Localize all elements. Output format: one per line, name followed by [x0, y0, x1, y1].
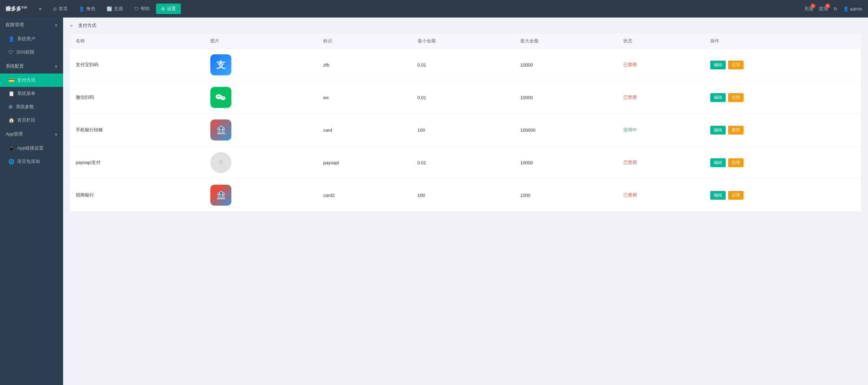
refresh-button[interactable]: ↻ [834, 6, 838, 12]
cell-max-amount: 100000 [515, 114, 618, 146]
sidebar: 权限管理 ∨ 👤 系统用户 🛡 访问权限 系统配置 ∨ 💳 支付方式 📋 系统菜… [0, 18, 63, 385]
payment-icon-alipay: 支 [210, 54, 231, 75]
cell-max-amount: 10000 [515, 146, 618, 179]
table-row: 招商银行 🏦 card2 100 1000 已禁用 编辑 启用 [70, 179, 861, 212]
cell-max-amount: 1000 [515, 179, 618, 212]
col-action: 操作 [705, 34, 861, 49]
sidebar-item-app-links[interactable]: 📱 App链接设置 [0, 142, 63, 155]
cell-status: 已禁用 [618, 49, 705, 81]
cell-identifier: card2 [318, 179, 412, 212]
payment-icon-paysapi: P [210, 152, 231, 173]
table-row: paysapi支付 P paysapi 0.01 10000 已禁用 编辑 启用 [70, 146, 861, 179]
col-name: 名称 [70, 34, 205, 49]
menu-icon: 📋 [8, 91, 14, 96]
chevron-down-icon: ∨ [55, 23, 57, 27]
cell-name: 支付宝扫码 [70, 49, 205, 81]
chevron-down-icon-2: ∨ [55, 64, 57, 69]
action-button[interactable]: 启用 [728, 61, 744, 69]
edit-button[interactable]: 编辑 [710, 126, 726, 135]
sidebar-section-system-config[interactable]: 系统配置 ∨ [0, 59, 63, 74]
table-row: 微信扫码 wx 0.01 10000 已禁用 编辑 启用 [70, 81, 861, 114]
notice-badge: 0 [825, 4, 830, 8]
cell-actions: 编辑 启用 [705, 81, 861, 114]
nav-right: 充值 1 提现 0 ↻ 👤 admin [804, 6, 862, 12]
col-identifier: 标识 [318, 34, 412, 49]
svg-point-4 [222, 97, 223, 98]
cell-image: 🏦 [205, 179, 318, 212]
cell-min-amount: 0.01 [412, 49, 515, 81]
svg-point-1 [221, 96, 225, 100]
table-header-row: 名称 图片 标识 最小金额 最大金额 状态 操作 [70, 34, 861, 49]
payment-table-container: 名称 图片 标识 最小金额 最大金额 状态 操作 支付宝扫码 支 zfb 0.0… [70, 34, 861, 211]
status-badge: 使用中 [623, 127, 637, 132]
edit-button[interactable]: 编辑 [710, 158, 726, 167]
payment-table: 名称 图片 标识 最小金额 最大金额 状态 操作 支付宝扫码 支 zfb 0.0… [70, 34, 861, 211]
sidebar-section-app[interactable]: App管理 ∨ [0, 127, 63, 142]
cell-name: 微信扫码 [70, 81, 205, 114]
payment-icon-card: 🏦 [210, 119, 231, 140]
svg-point-5 [223, 97, 224, 98]
breadcrumb: » 支付方式 [63, 18, 868, 34]
nav-item-trade[interactable]: 🔄 交易 [102, 4, 128, 14]
cell-name: 手机银行转账 [70, 114, 205, 146]
sidebar-item-system-menu[interactable]: 📋 系统菜单 [0, 87, 63, 100]
cell-max-amount: 10000 [515, 81, 618, 114]
app-name: 赚多多 [6, 6, 21, 12]
table-row: 手机银行转账 🏦 card 100 100000 使用中 编辑 禁用 [70, 114, 861, 146]
gear-icon: ⚙ [8, 104, 13, 110]
app-logo: 赚多多V10 [6, 6, 27, 12]
cell-status: 已禁用 [618, 179, 705, 212]
cell-identifier: wx [318, 81, 412, 114]
home-icon: 🏠 [8, 117, 14, 123]
cell-actions: 编辑 禁用 [705, 114, 861, 146]
cell-min-amount: 100 [412, 179, 515, 212]
status-badge: 已禁用 [623, 62, 637, 67]
edit-button[interactable]: 编辑 [710, 191, 726, 200]
cell-name: paysapi支付 [70, 146, 205, 179]
action-button[interactable]: 启用 [728, 191, 744, 200]
sidebar-item-access-control[interactable]: 🛡 访问权限 [0, 46, 63, 59]
admin-user: 👤 admin [843, 6, 862, 12]
nav-item-role[interactable]: 👤 角色 [74, 4, 100, 14]
edit-button[interactable]: 编辑 [710, 61, 726, 69]
status-badge: 已禁用 [623, 192, 637, 198]
nav-item-help[interactable]: 🛡 帮助 [129, 4, 155, 14]
cell-actions: 编辑 启用 [705, 49, 861, 81]
cell-actions: 编辑 启用 [705, 146, 861, 179]
cell-min-amount: 0.01 [412, 146, 515, 179]
top-nav-menu-icon[interactable]: ≡ [34, 4, 47, 14]
table-row: 支付宝扫码 支 zfb 0.01 10000 已禁用 编辑 启用 [70, 49, 861, 81]
sidebar-item-homepage[interactable]: 🏠 首页栏目 [0, 114, 63, 127]
edit-button[interactable]: 编辑 [710, 93, 726, 102]
action-button[interactable]: 启用 [728, 93, 744, 102]
recharge-button[interactable]: 充值 1 [804, 6, 813, 12]
content-area: » 支付方式 名称 图片 标识 最小金额 最大金额 状态 操作 [63, 18, 868, 385]
top-nav: 赚多多V10 ≡ ⊙ 首页 👤 角色 🔄 交易 🛡 帮助 ⚙ 设置 充值 1 [0, 0, 868, 18]
payment-icon-bank: 🏦 [210, 185, 231, 206]
action-button[interactable]: 禁用 [728, 126, 744, 135]
cell-image: 🏦 [205, 114, 318, 146]
sidebar-item-payment[interactable]: 💳 支付方式 [0, 74, 63, 87]
top-nav-menu: ≡ ⊙ 首页 👤 角色 🔄 交易 🛡 帮助 ⚙ 设置 [34, 4, 804, 14]
cell-status: 已禁用 [618, 81, 705, 114]
cell-status: 已禁用 [618, 146, 705, 179]
cell-name: 招商银行 [70, 179, 205, 212]
sidebar-item-language[interactable]: 🌐 语言包添加 [0, 155, 63, 168]
status-badge: 已禁用 [623, 95, 637, 100]
col-min-amount: 最小金额 [412, 34, 515, 49]
sidebar-section-permissions[interactable]: 权限管理 ∨ [0, 18, 63, 32]
nav-item-settings[interactable]: ⚙ 设置 [156, 4, 181, 14]
notice-button[interactable]: 提现 0 [819, 6, 828, 12]
cell-image [205, 81, 318, 114]
cell-max-amount: 10000 [515, 49, 618, 81]
user-icon: 👤 [8, 36, 14, 42]
col-image: 图片 [205, 34, 318, 49]
app-version: V10 [21, 6, 27, 9]
sidebar-item-system-params[interactable]: ⚙ 系统参数 [0, 100, 63, 114]
cell-image: 支 [205, 49, 318, 81]
shield-icon: 🛡 [8, 49, 13, 55]
nav-item-home[interactable]: ⊙ 首页 [48, 4, 73, 14]
chevron-down-icon-3: ∨ [55, 132, 57, 137]
sidebar-item-system-users[interactable]: 👤 系统用户 [0, 32, 63, 46]
action-button[interactable]: 启用 [728, 158, 744, 167]
